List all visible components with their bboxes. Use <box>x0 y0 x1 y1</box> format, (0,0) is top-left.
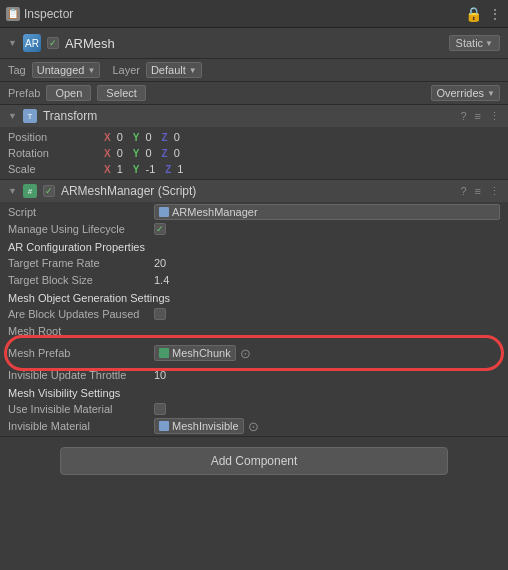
transform-expand: ▼ <box>8 111 17 121</box>
script-label: Script <box>8 204 148 220</box>
mesh-prefab-label: Mesh Prefab <box>8 345 148 361</box>
script-ref-name: ARMeshManager <box>172 206 258 218</box>
overrides-dropdown-arrow: ▼ <box>487 89 495 98</box>
layer-dropdown-arrow: ▼ <box>189 66 197 75</box>
invisible-material-label: Invisible Material <box>8 418 148 434</box>
transform-title: Transform <box>43 109 97 123</box>
position-value: X0 Y0 Z0 <box>104 131 500 143</box>
transform-section: ▼ T Transform ? ≡ ⋮ Position X0 Y0 Z0 Ro… <box>0 105 508 180</box>
prefab-label: Prefab <box>8 87 40 99</box>
object-name: ARMesh <box>65 36 443 51</box>
use-invisible-label: Use Invisible Material <box>8 401 148 417</box>
script-title: ARMeshManager (Script) <box>61 184 196 198</box>
select-button[interactable]: Select <box>97 85 146 101</box>
manage-checkbox[interactable]: ✓ <box>154 223 166 235</box>
transform-settings-icon[interactable]: ≡ <box>475 110 481 123</box>
script-header[interactable]: ▼ # ✓ ARMeshManager (Script) ? ≡ ⋮ <box>0 180 508 202</box>
block-updates-label: Are Block Updates Paused <box>8 306 148 322</box>
block-size-value: 1.4 <box>154 274 500 286</box>
mesh-prefab-highlighted-row: Mesh Prefab MeshChunk ⊙ <box>0 341 508 365</box>
layer-label: Layer <box>112 64 140 76</box>
use-invisible-row <box>154 403 500 415</box>
overrides-dropdown[interactable]: Overrides ▼ <box>431 85 500 101</box>
mesh-root-label: Mesh Root <box>8 323 148 339</box>
script-section: ▼ # ✓ ARMeshManager (Script) ? ≡ ⋮ Scrip… <box>0 180 508 437</box>
script-actions: ? ≡ ⋮ <box>460 185 500 198</box>
menu-icon[interactable]: ⋮ <box>488 6 502 22</box>
transform-actions: ? ≡ ⋮ <box>460 110 500 123</box>
static-badge[interactable]: Static ▼ <box>449 35 500 51</box>
object-header: ▼ AR ✓ ARMesh Static ▼ <box>0 28 508 59</box>
transform-menu-icon[interactable]: ⋮ <box>489 110 500 123</box>
mesh-prefab-name: MeshChunk <box>172 347 231 359</box>
tag-layer-row: Tag Untagged ▼ Layer Default ▼ <box>0 59 508 82</box>
ar-config-label: AR Configuration Properties <box>8 238 500 254</box>
script-settings-icon[interactable]: ≡ <box>475 185 481 198</box>
script-icon: # <box>23 184 37 198</box>
inspector-title: Inspector <box>24 7 465 21</box>
invisible-material-row: MeshInvisible ⊙ <box>154 418 500 434</box>
script-enabled-checkbox[interactable]: ✓ <box>43 185 55 197</box>
frame-rate-value: 20 <box>154 257 500 269</box>
transform-header[interactable]: ▼ T Transform ? ≡ ⋮ <box>0 105 508 127</box>
layer-dropdown[interactable]: Default ▼ <box>146 62 202 78</box>
manage-row: ✓ <box>154 223 500 235</box>
prefab-row: Prefab Open Select Overrides ▼ <box>0 82 508 105</box>
mesh-prefab-icon <box>159 348 169 358</box>
position-label: Position <box>8 130 98 144</box>
mesh-vis-label: Mesh Visibility Settings <box>8 384 500 400</box>
lock-icon[interactable]: 🔒 <box>465 6 482 22</box>
inspector-icon: 📋 <box>6 7 20 21</box>
tag-label: Tag <box>8 64 26 76</box>
script-menu-icon[interactable]: ⋮ <box>489 185 500 198</box>
add-component-button[interactable]: Add Component <box>60 447 448 475</box>
invisible-material-select-icon[interactable]: ⊙ <box>248 419 259 434</box>
expand-arrow-obj[interactable]: ▼ <box>8 38 17 48</box>
script-fields: Script ARMeshManager Manage Using Lifecy… <box>0 202 508 341</box>
static-label: Static <box>456 37 484 49</box>
block-updates-row <box>154 308 500 320</box>
block-size-label: Target Block Size <box>8 272 148 288</box>
top-bar: 📋 Inspector 🔒 ⋮ <box>0 0 508 28</box>
manage-label: Manage Using Lifecycle <box>8 221 148 237</box>
topbar-actions: 🔒 ⋮ <box>465 6 502 22</box>
mesh-gen-label: Mesh Object Generation Settings <box>8 289 500 305</box>
frame-rate-label: Target Frame Rate <box>8 255 148 271</box>
block-updates-checkbox[interactable] <box>154 308 166 320</box>
rotation-label: Rotation <box>8 146 98 160</box>
tag-dropdown[interactable]: Untagged ▼ <box>32 62 101 78</box>
transform-help-icon[interactable]: ? <box>460 110 466 123</box>
object-enabled-checkbox[interactable]: ✓ <box>47 37 59 49</box>
update-throttle-label: Invisible Update Throttle <box>8 367 148 383</box>
open-button[interactable]: Open <box>46 85 91 101</box>
invisible-material-name: MeshInvisible <box>172 420 239 432</box>
mesh-prefab-select-icon[interactable]: ⊙ <box>240 346 251 361</box>
mesh-prefab-value-row: MeshChunk ⊙ <box>154 345 500 361</box>
tag-dropdown-arrow: ▼ <box>87 66 95 75</box>
rotation-value: X0 Y0 Z0 <box>104 147 500 159</box>
script-ref[interactable]: ARMeshManager <box>154 204 500 220</box>
script-help-icon[interactable]: ? <box>460 185 466 198</box>
mesh-prefab-ref[interactable]: MeshChunk <box>154 345 236 361</box>
static-dropdown-arrow: ▼ <box>485 39 493 48</box>
script-fields-2: Invisible Update Throttle 10 Mesh Visibi… <box>0 365 508 436</box>
update-throttle-value: 10 <box>154 369 500 381</box>
transform-fields: Position X0 Y0 Z0 Rotation X0 Y0 Z0 Scal… <box>0 127 508 179</box>
scale-label: Scale <box>8 162 98 176</box>
script-ref-icon <box>159 207 169 217</box>
invisible-material-icon <box>159 421 169 431</box>
use-invisible-checkbox[interactable] <box>154 403 166 415</box>
object-icon: AR <box>23 34 41 52</box>
scale-value: X1 Y-1 Z1 <box>104 163 500 175</box>
invisible-material-ref[interactable]: MeshInvisible <box>154 418 244 434</box>
transform-icon: T <box>23 109 37 123</box>
script-expand: ▼ <box>8 186 17 196</box>
inspector-panel: ▼ AR ✓ ARMesh Static ▼ Tag Untagged ▼ La… <box>0 28 508 475</box>
